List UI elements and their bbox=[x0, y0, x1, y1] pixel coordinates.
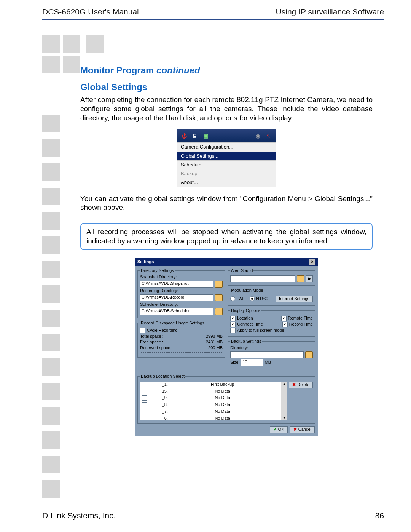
directory-settings-group: Directory Settings Snapshot Directory: C… bbox=[137, 268, 225, 318]
backup-location-group: Backup Location Select _1.First Backup_1… bbox=[137, 374, 315, 424]
list-item[interactable]: _1.First Backup bbox=[140, 382, 287, 389]
remote-time-checkbox[interactable]: ✓ bbox=[281, 316, 287, 321]
check-icon: ✔ bbox=[273, 427, 277, 432]
recording-dir-input[interactable]: C:\VrmssAVDB\Record bbox=[140, 294, 213, 301]
total-space-label: Total space : bbox=[140, 334, 164, 339]
diskspace-group: Record Diskspace Usage Settings Cycle Re… bbox=[137, 321, 225, 358]
list-item[interactable]: _9.No Data bbox=[140, 395, 287, 402]
ntsc-radio[interactable] bbox=[250, 296, 255, 301]
list-item[interactable]: _7.No Data bbox=[140, 409, 287, 416]
remote-time-label: Remote Time bbox=[288, 316, 313, 321]
total-space-value: 2998 MB bbox=[206, 334, 223, 339]
display-options-legend: Display Options bbox=[230, 308, 261, 313]
connect-time-checkbox[interactable]: ✓ bbox=[230, 322, 236, 327]
backup-settings-group: Backup Settings Directory: Size: 10 MB bbox=[228, 339, 315, 370]
folder-icon[interactable] bbox=[305, 351, 313, 358]
snapshot-dir-label: Snapshot Directory: bbox=[140, 275, 223, 280]
list-item[interactable]: _8.No Data bbox=[140, 402, 287, 409]
menu-item-global-settings[interactable]: Global Settings... bbox=[177, 152, 276, 160]
backup-settings-legend: Backup Settings bbox=[230, 339, 262, 344]
cycle-recording-label: Cycle Recording bbox=[147, 328, 178, 333]
internet-settings-button[interactable]: Internet Settings bbox=[276, 296, 313, 302]
toolbar: ⏻ 🖥 ▣ ◉ ↖ bbox=[177, 129, 276, 142]
folder-icon[interactable] bbox=[215, 308, 223, 315]
header-left: DCS-6620G User's Manual bbox=[42, 7, 139, 16]
backup-location-list[interactable]: _1.First Backup_15.No Data_9.No Data_8.N… bbox=[140, 382, 287, 420]
backup-dir-label: Directory: bbox=[230, 345, 313, 351]
pal-radio[interactable] bbox=[230, 296, 235, 301]
location-label: Location bbox=[237, 316, 253, 321]
recording-dir-label: Recording Directory: bbox=[140, 288, 223, 294]
cycle-recording-checkbox[interactable] bbox=[140, 328, 145, 333]
x-icon: ✖ bbox=[293, 427, 297, 432]
menu-list: Camera Configuration... Global Settings.… bbox=[177, 142, 276, 187]
footer-rule bbox=[42, 507, 384, 507]
row-checkbox[interactable] bbox=[142, 389, 147, 394]
reserved-space-label: Reserved space : bbox=[140, 345, 173, 351]
scrollbar[interactable]: ▲▼ bbox=[281, 382, 287, 420]
header-right: Using IP surveillance Software bbox=[276, 7, 384, 16]
reserved-space-slider[interactable] bbox=[141, 352, 222, 355]
scheduler-dir-input[interactable]: C:\VrmssAVDB\Scheduler bbox=[140, 308, 213, 315]
menu-item-scheduler[interactable]: Scheduler... bbox=[177, 160, 276, 169]
monitor-icon[interactable]: 🖥 bbox=[191, 133, 198, 139]
power-icon[interactable]: ⏻ bbox=[181, 133, 188, 139]
delete-button[interactable]: ✖Delete bbox=[289, 382, 313, 388]
free-space-label: Free space : bbox=[140, 340, 163, 345]
heading-global-settings: Global Settings bbox=[80, 81, 373, 93]
scheduler-dir-label: Scheduler Directory: bbox=[140, 302, 223, 307]
folder-icon[interactable] bbox=[215, 281, 223, 288]
diskspace-legend: Record Diskspace Usage Settings bbox=[140, 321, 205, 326]
menu-item-camera-config[interactable]: Camera Configuration... bbox=[177, 142, 276, 151]
modulation-legend: Modulation Mode bbox=[230, 288, 264, 293]
list-item[interactable]: _6.No Data bbox=[140, 416, 287, 420]
list-item[interactable]: _15.No Data bbox=[140, 389, 287, 396]
backup-size-input[interactable]: 10 bbox=[241, 359, 263, 366]
x-icon: ✖ bbox=[292, 382, 296, 388]
alert-sound-group: Alert Sound ▶ bbox=[228, 268, 315, 286]
scroll-up-icon[interactable]: ▲ bbox=[282, 382, 286, 386]
footer-company: D-Link Systems, Inc. bbox=[42, 511, 116, 520]
activation-paragraph: You can activate the global settings win… bbox=[80, 194, 373, 212]
screen-icon[interactable]: ▣ bbox=[202, 133, 209, 139]
row-checkbox[interactable] bbox=[142, 416, 147, 420]
row-checkbox[interactable] bbox=[142, 395, 147, 401]
heading-monitor-program: Monitor Program continued bbox=[80, 65, 373, 76]
record-time-label: Record Time bbox=[289, 322, 313, 327]
record-time-checkbox[interactable]: ✓ bbox=[282, 322, 288, 327]
reserved-space-value: 200 MB bbox=[208, 345, 223, 351]
settings-dialog: Settings × Directory Settings Snapshot D… bbox=[135, 258, 318, 436]
cancel-button[interactable]: ✖Cancel bbox=[290, 426, 315, 433]
scroll-down-icon[interactable]: ▼ bbox=[282, 416, 286, 420]
intro-paragraph: After completing the connection for each… bbox=[80, 95, 373, 122]
page-number: 86 bbox=[375, 511, 384, 520]
modulation-group: Modulation Mode PAL NTSC Internet Settin… bbox=[228, 288, 315, 306]
cursor-icon[interactable]: ↖ bbox=[265, 133, 272, 139]
pal-label: PAL bbox=[237, 296, 244, 302]
folder-icon[interactable] bbox=[297, 275, 304, 282]
row-checkbox[interactable] bbox=[142, 402, 147, 407]
close-icon[interactable]: × bbox=[309, 259, 315, 265]
decoration-squares bbox=[42, 35, 107, 73]
menu-item-backup: Backup bbox=[177, 169, 276, 178]
directory-settings-legend: Directory Settings bbox=[140, 268, 175, 273]
connect-time-label: Connect Time bbox=[237, 322, 263, 327]
alert-sound-input[interactable] bbox=[230, 275, 295, 282]
warning-note: All recording processes will be stopped … bbox=[80, 223, 373, 250]
row-checkbox[interactable] bbox=[142, 409, 147, 414]
alert-sound-legend: Alert Sound bbox=[230, 268, 253, 273]
play-icon[interactable]: ▶ bbox=[306, 275, 313, 282]
folder-icon[interactable] bbox=[215, 294, 223, 301]
ntsc-label: NTSC bbox=[256, 296, 268, 302]
decoration-sidebar bbox=[42, 115, 60, 505]
apply-fullscreen-checkbox[interactable] bbox=[230, 328, 236, 333]
display-options-group: Display Options ✓Location ✓Remote Time ✓… bbox=[228, 308, 315, 337]
record-icon[interactable]: ◉ bbox=[255, 133, 261, 139]
snapshot-dir-input[interactable]: C:\VrmssAVDB\Snapshot bbox=[140, 281, 213, 288]
free-space-value: 2431 MB bbox=[206, 340, 223, 345]
location-checkbox[interactable]: ✓ bbox=[230, 316, 236, 321]
menu-item-about[interactable]: About... bbox=[177, 178, 276, 187]
row-checkbox[interactable] bbox=[142, 382, 147, 387]
backup-dir-input[interactable] bbox=[230, 351, 304, 358]
ok-button[interactable]: ✔OK bbox=[270, 426, 288, 433]
